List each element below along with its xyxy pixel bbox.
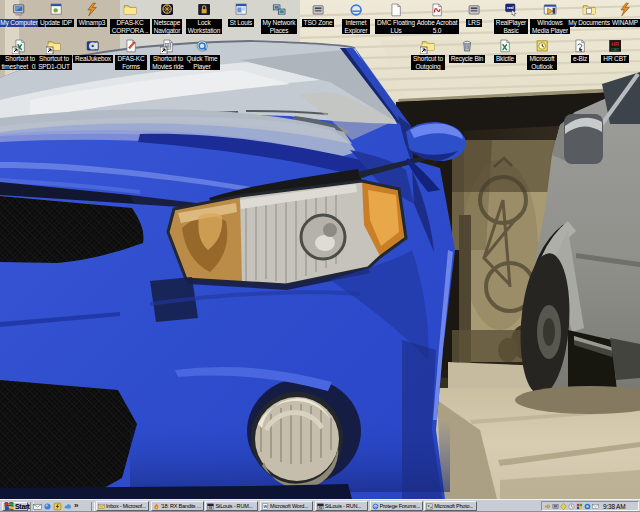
svg-text:KM: KM — [318, 505, 322, 509]
svg-text:KM: KM — [209, 505, 213, 509]
svg-text:W: W — [264, 504, 268, 509]
